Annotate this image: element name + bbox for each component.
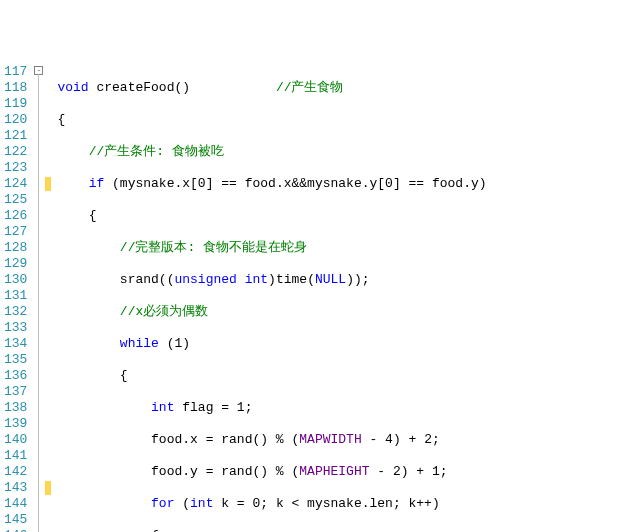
code-line: {: [57, 368, 580, 384]
code-area[interactable]: void createFood() //产生食物 { //产生条件: 食物被吃 …: [53, 64, 580, 532]
line-number: 131: [4, 288, 27, 304]
line-number: 118: [4, 80, 27, 96]
brace: {: [151, 528, 159, 532]
text: ));: [346, 272, 369, 287]
line-number: 120: [4, 112, 27, 128]
code-line: {: [57, 208, 580, 224]
text: (: [159, 336, 175, 351]
keyword: int: [245, 272, 268, 287]
number: 0: [198, 176, 206, 191]
line-number: 134: [4, 336, 27, 352]
text: food.x =: [151, 432, 221, 447]
function-call: time: [276, 272, 307, 287]
line-number: 123: [4, 160, 27, 176]
function-call: srand: [120, 272, 159, 287]
code-line: srand((unsigned int)time(NULL));: [57, 272, 580, 288]
line-number: 126: [4, 208, 27, 224]
line-number: 141: [4, 448, 27, 464]
line-number: 138: [4, 400, 27, 416]
keyword: if: [89, 176, 105, 191]
code-line: //x必须为偶数: [57, 304, 580, 320]
code-editor[interactable]: 1171181191201211221231241251261271281291…: [0, 64, 624, 532]
text: k =: [213, 496, 252, 511]
number: 0: [385, 176, 393, 191]
line-number-gutter: 1171181191201211221231241251261271281291…: [0, 64, 33, 532]
brace: {: [120, 368, 128, 383]
number: 2: [393, 464, 401, 479]
comment: //x必须为偶数: [120, 304, 208, 319]
keyword: int: [151, 400, 174, 415]
comment: //产生食物: [276, 80, 344, 95]
comment: //产生条件: 食物被吃: [89, 144, 224, 159]
parens: (): [174, 80, 190, 95]
text: (mysnake.x[: [104, 176, 198, 191]
text: food.y =: [151, 464, 221, 479]
keyword: int: [190, 496, 213, 511]
text: ;: [432, 432, 440, 447]
line-number: 121: [4, 128, 27, 144]
code-line: //产生条件: 食物被吃: [57, 144, 580, 160]
code-line: int flag = 1;: [57, 400, 580, 416]
line-number: 124: [4, 176, 27, 192]
line-number: 130: [4, 272, 27, 288]
line-number: 145: [4, 512, 27, 528]
text: flag =: [174, 400, 236, 415]
line-number: 143: [4, 480, 27, 496]
keyword: unsigned: [174, 272, 236, 287]
brace: {: [57, 112, 65, 127]
null-literal: NULL: [315, 272, 346, 287]
text: -: [362, 432, 385, 447]
line-number: 136: [4, 368, 27, 384]
code-line: //完整版本: 食物不能是在蛇身: [57, 240, 580, 256]
line-number: 125: [4, 192, 27, 208]
text: ;: [245, 400, 253, 415]
marker-column: [45, 64, 53, 532]
line-number: 144: [4, 496, 27, 512]
macro: MAPHEIGHT: [299, 464, 369, 479]
code-line: while (1): [57, 336, 580, 352]
text: ((: [159, 272, 175, 287]
line-number: 132: [4, 304, 27, 320]
number: 4: [385, 432, 393, 447]
text: [237, 272, 245, 287]
macro: MAPWIDTH: [299, 432, 361, 447]
line-number: 117: [4, 64, 27, 80]
line-number: 146: [4, 528, 27, 532]
fold-guide-line: [38, 74, 39, 532]
text: () % (: [252, 432, 299, 447]
line-number: 128: [4, 240, 27, 256]
brace: {: [89, 208, 97, 223]
text: ) +: [401, 464, 432, 479]
keyword: for: [151, 496, 174, 511]
text: ;: [440, 464, 448, 479]
function-call: rand: [221, 432, 252, 447]
text: ) +: [393, 432, 424, 447]
text: -: [370, 464, 393, 479]
keyword: void: [57, 80, 88, 95]
text: (: [174, 496, 190, 511]
code-line: food.x = rand() % (MAPWIDTH - 4) + 2;: [57, 432, 580, 448]
number: 1: [237, 400, 245, 415]
text: ] == food.x&&mysnake.y[: [206, 176, 385, 191]
code-line: {: [57, 528, 580, 532]
line-number: 135: [4, 352, 27, 368]
text: ] == food.y): [393, 176, 487, 191]
code-line: for (int k = 0; k < mysnake.len; k++): [57, 496, 580, 512]
number: 1: [432, 464, 440, 479]
line-number: 127: [4, 224, 27, 240]
function-name: createFood: [96, 80, 174, 95]
code-line: food.y = rand() % (MAPHEIGHT - 2) + 1;: [57, 464, 580, 480]
keyword: while: [120, 336, 159, 351]
text: ): [182, 336, 190, 351]
change-marker: [45, 177, 51, 191]
text: () % (: [252, 464, 299, 479]
change-marker: [45, 481, 51, 495]
number: 2: [424, 432, 432, 447]
function-call: rand: [221, 464, 252, 479]
comment: //完整版本: 食物不能是在蛇身: [120, 240, 307, 255]
line-number: 137: [4, 384, 27, 400]
line-number: 139: [4, 416, 27, 432]
text: ): [268, 272, 276, 287]
text: (: [307, 272, 315, 287]
line-number: 133: [4, 320, 27, 336]
